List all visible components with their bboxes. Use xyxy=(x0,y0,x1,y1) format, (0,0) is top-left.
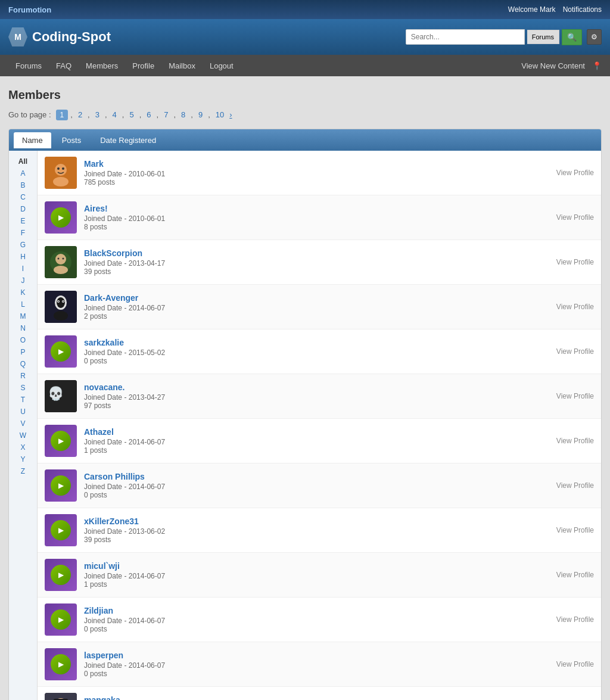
member-name[interactable]: Carson Phillips xyxy=(84,472,145,481)
tab-name[interactable]: Name xyxy=(14,132,51,148)
letter-f[interactable]: F xyxy=(9,227,37,239)
letter-b[interactable]: B xyxy=(9,179,37,191)
member-info: Aires!Joined Date - 2010-06-018 posts xyxy=(84,204,556,231)
page-link-5[interactable]: 5 xyxy=(126,109,136,120)
table-row: sarkzkalieJoined Date - 2015-05-020 post… xyxy=(38,329,601,374)
tab-posts[interactable]: Posts xyxy=(54,132,90,148)
letter-j[interactable]: J xyxy=(9,275,37,287)
current-page[interactable]: 1 xyxy=(56,110,69,120)
page-link-2[interactable]: 2 xyxy=(75,109,85,120)
view-profile-link[interactable]: View Profile xyxy=(556,303,594,311)
page-link-7[interactable]: 7 xyxy=(161,109,171,120)
member-name[interactable]: novacane. xyxy=(84,382,125,392)
letter-p[interactable]: P xyxy=(9,346,37,358)
view-profile-link[interactable]: View Profile xyxy=(556,169,594,177)
view-profile-link[interactable]: View Profile xyxy=(556,571,594,579)
member-name[interactable]: Dark-Avenger xyxy=(84,293,138,303)
letter-d[interactable]: D xyxy=(9,203,37,215)
members-tabs: Name Posts Date Registered xyxy=(9,129,601,151)
member-info: xKillerZone31Joined Date - 2013-06-0239 … xyxy=(84,517,556,544)
letter-h[interactable]: H xyxy=(9,251,37,263)
svg-point-2 xyxy=(53,177,69,186)
pagination: Go to page : 1 , 2, 3, 4, 5, 6, 7, 8, 9,… xyxy=(8,109,602,120)
search-input[interactable] xyxy=(406,29,525,45)
page-link-9[interactable]: 9 xyxy=(195,109,206,120)
member-name[interactable]: Mark xyxy=(84,159,104,169)
letter-v[interactable]: V xyxy=(9,418,37,430)
member-name[interactable]: xKillerZone31 xyxy=(84,517,139,526)
forums-button[interactable]: Forums xyxy=(527,30,559,44)
search-button[interactable]: 🔍 xyxy=(562,29,582,45)
letter-u[interactable]: U xyxy=(9,406,37,418)
letter-l[interactable]: L xyxy=(9,298,37,310)
nav-profile[interactable]: Profile xyxy=(125,55,161,76)
letter-q[interactable]: Q xyxy=(9,358,37,370)
member-name[interactable]: lasperpen xyxy=(84,651,123,660)
page-link-8[interactable]: 8 xyxy=(178,109,188,120)
site-title-link[interactable]: M Coding-Spot xyxy=(8,27,111,46)
svg-point-10 xyxy=(63,258,64,260)
avatar xyxy=(45,648,77,680)
welcome-link[interactable]: Welcome Mark xyxy=(508,5,556,14)
member-name[interactable]: BlackScorpion xyxy=(84,248,142,258)
letter-m[interactable]: M xyxy=(9,310,37,322)
letter-r[interactable]: R xyxy=(9,370,37,382)
member-joined: Joined Date - 2013-04-27 xyxy=(84,393,556,402)
letter-w[interactable]: W xyxy=(9,430,37,441)
letter-n[interactable]: N xyxy=(9,322,37,334)
site-logo-icon: M xyxy=(8,27,27,46)
nav-left: Forums FAQ Members Profile Mailbox Logou… xyxy=(8,55,241,76)
view-profile-link[interactable]: View Profile xyxy=(556,213,594,222)
member-name[interactable]: Athazel xyxy=(84,427,114,437)
nav-members[interactable]: Members xyxy=(79,55,125,76)
tab-date-registered[interactable]: Date Registered xyxy=(92,132,164,148)
letter-k[interactable]: K xyxy=(9,287,37,298)
nav-forums[interactable]: Forums xyxy=(8,55,49,76)
letter-i[interactable]: I xyxy=(9,263,37,275)
view-profile-link[interactable]: View Profile xyxy=(556,347,594,356)
view-new-content-link[interactable]: View New Content xyxy=(521,61,585,70)
letter-o[interactable]: O xyxy=(9,334,37,346)
nav-mailbox[interactable]: Mailbox xyxy=(161,55,203,76)
letter-c[interactable]: C xyxy=(9,191,37,203)
view-profile-link[interactable]: View Profile xyxy=(556,660,594,668)
letter-e[interactable]: E xyxy=(9,215,37,227)
page-link-6[interactable]: 6 xyxy=(144,109,154,120)
letter-a[interactable]: A xyxy=(9,167,37,179)
member-name[interactable]: sarkzkalie xyxy=(84,338,124,347)
view-profile-link[interactable]: View Profile xyxy=(556,526,594,534)
letter-s[interactable]: S xyxy=(9,382,37,394)
view-profile-link[interactable]: View Profile xyxy=(556,392,594,400)
member-posts: 0 posts xyxy=(84,491,556,499)
view-profile-link[interactable]: View Profile xyxy=(556,258,594,266)
letter-all[interactable]: All xyxy=(9,155,37,167)
member-joined: Joined Date - 2010-06-01 xyxy=(84,214,556,223)
member-name[interactable]: mangaka xyxy=(84,695,120,700)
avatar: 💀 xyxy=(45,380,77,412)
svg-point-1 xyxy=(55,164,67,176)
site-header: M Coding-Spot Forums 🔍 ⚙ xyxy=(0,19,610,55)
letter-t[interactable]: T xyxy=(9,394,37,406)
letter-y[interactable]: Y xyxy=(9,453,37,465)
gear-button[interactable]: ⚙ xyxy=(587,29,602,45)
page-link-4[interactable]: 4 xyxy=(110,109,120,120)
nav-logout[interactable]: Logout xyxy=(203,55,241,76)
members-box: Name Posts Date Registered All A B C D E… xyxy=(8,129,602,700)
member-joined: Joined Date - 2013-04-17 xyxy=(84,259,556,267)
notifications-link[interactable]: Notifications xyxy=(563,5,602,14)
member-name[interactable]: Aires! xyxy=(84,204,108,213)
page-link-3[interactable]: 3 xyxy=(92,109,102,120)
view-profile-link[interactable]: View Profile xyxy=(556,481,594,490)
member-posts: 39 posts xyxy=(84,267,556,276)
avatar xyxy=(45,246,77,278)
letter-z[interactable]: Z xyxy=(9,465,37,477)
next-arrow[interactable]: › xyxy=(229,110,232,119)
letter-g[interactable]: G xyxy=(9,239,37,251)
page-link-10[interactable]: 10 xyxy=(213,109,227,120)
member-name[interactable]: Zildjian xyxy=(84,606,113,615)
view-profile-link[interactable]: View Profile xyxy=(556,615,594,624)
nav-faq[interactable]: FAQ xyxy=(49,55,79,76)
view-profile-link[interactable]: View Profile xyxy=(556,437,594,445)
member-name[interactable]: micul`wji xyxy=(84,561,120,571)
letter-x[interactable]: X xyxy=(9,441,37,453)
